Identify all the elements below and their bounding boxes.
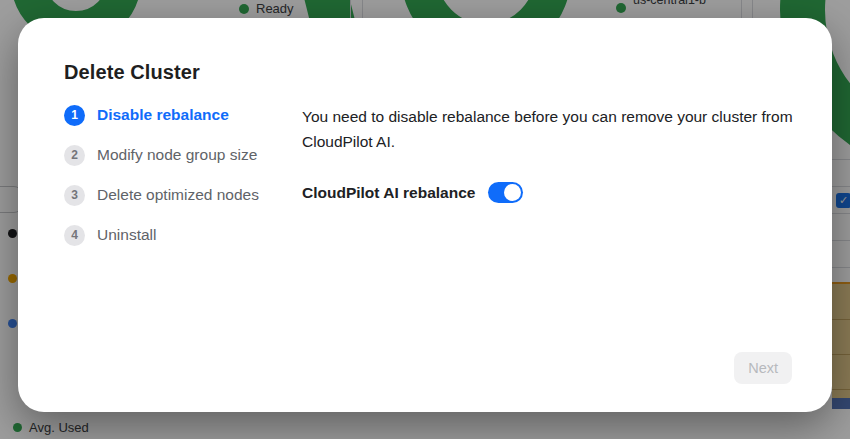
- step-modify-node-group-size[interactable]: 2 Modify node group size: [64, 144, 294, 166]
- step-label: Modify node group size: [97, 146, 257, 164]
- rebalance-toggle[interactable]: [488, 182, 523, 203]
- step-disable-rebalance[interactable]: 1 Disable rebalance: [64, 104, 294, 126]
- step-number-badge: 2: [64, 145, 85, 166]
- stepper: 1 Disable rebalance 2 Modify node group …: [64, 104, 294, 264]
- step-number-badge: 1: [64, 105, 85, 126]
- step-label: Disable rebalance: [97, 106, 229, 124]
- delete-cluster-modal: Delete Cluster 1 Disable rebalance 2 Mod…: [18, 18, 832, 412]
- step-label: Uninstall: [97, 226, 156, 244]
- step-delete-optimized-nodes[interactable]: 3 Delete optimized nodes: [64, 184, 294, 206]
- step-label: Delete optimized nodes: [97, 186, 259, 204]
- step-number-badge: 4: [64, 225, 85, 246]
- next-button[interactable]: Next: [734, 352, 792, 384]
- instruction-text: You need to disable rebalance before you…: [302, 104, 824, 154]
- step-number-badge: 3: [64, 185, 85, 206]
- toggle-knob-icon: [504, 184, 521, 201]
- rebalance-toggle-row: CloudPilot AI rebalance: [302, 182, 824, 203]
- modal-title: Delete Cluster: [64, 61, 200, 84]
- toggle-label: CloudPilot AI rebalance: [302, 184, 475, 202]
- screen: Ready us-central1-b ✓ Avg. Used Delet: [0, 0, 850, 439]
- step-content: You need to disable rebalance before you…: [302, 104, 824, 203]
- step-uninstall[interactable]: 4 Uninstall: [64, 224, 294, 246]
